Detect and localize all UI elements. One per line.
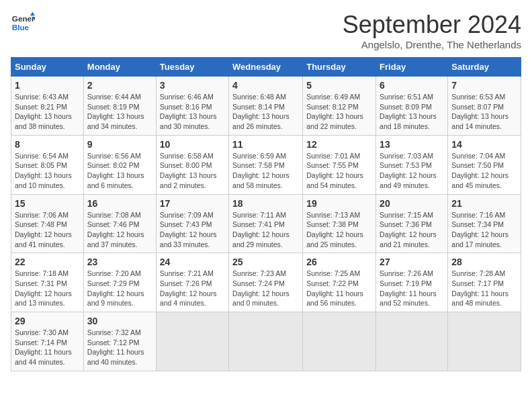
day-info: Sunrise: 6:53 AMSunset: 8:07 PMDaylight:… — [451, 92, 517, 132]
day-info: Sunrise: 6:51 AMSunset: 8:09 PMDaylight:… — [380, 92, 444, 132]
day-info: Sunrise: 7:21 AMSunset: 7:26 PMDaylight:… — [160, 269, 225, 308]
day-info: Sunrise: 7:20 AMSunset: 7:29 PMDaylight:… — [87, 269, 152, 308]
day-info: Sunrise: 7:18 AMSunset: 7:31 PMDaylight:… — [15, 269, 80, 308]
day-info: Sunrise: 7:26 AMSunset: 7:19 PMDaylight:… — [380, 269, 444, 308]
calendar-cell: 8Sunrise: 6:54 AMSunset: 8:05 PMDaylight… — [11, 135, 84, 194]
day-info: Sunrise: 7:15 AMSunset: 7:36 PMDaylight:… — [380, 210, 444, 250]
day-number: 2 — [87, 80, 152, 91]
day-number: 25 — [232, 257, 299, 267]
calendar-cell: 27Sunrise: 7:26 AMSunset: 7:19 PMDayligh… — [376, 253, 448, 312]
calendar-cell: 11Sunrise: 6:59 AMSunset: 7:58 PMDayligh… — [229, 135, 303, 194]
calendar-cell: 3Sunrise: 6:46 AMSunset: 8:16 PMDaylight… — [156, 77, 228, 136]
location-title: Angelslo, Drenthe, The Netherlands — [343, 39, 521, 50]
calendar-cell: 10Sunrise: 6:58 AMSunset: 8:00 PMDayligh… — [156, 135, 228, 194]
week-row-3: 15Sunrise: 7:06 AMSunset: 7:48 PMDayligh… — [11, 194, 521, 253]
calendar-cell: 23Sunrise: 7:20 AMSunset: 7:29 PMDayligh… — [83, 253, 156, 312]
day-info: Sunrise: 6:48 AMSunset: 8:14 PMDaylight:… — [232, 92, 299, 132]
calendar-cell: 28Sunrise: 7:28 AMSunset: 7:17 PMDayligh… — [448, 253, 521, 312]
day-number: 26 — [306, 257, 372, 267]
day-number: 23 — [87, 257, 152, 267]
calendar-cell: 13Sunrise: 7:03 AMSunset: 7:53 PMDayligh… — [376, 135, 448, 194]
day-number: 17 — [160, 198, 225, 209]
week-row-2: 8Sunrise: 6:54 AMSunset: 8:05 PMDaylight… — [11, 135, 521, 194]
day-info: Sunrise: 6:59 AMSunset: 7:58 PMDaylight:… — [232, 151, 299, 191]
day-number: 20 — [380, 198, 444, 209]
day-number: 19 — [306, 198, 372, 209]
day-info: Sunrise: 6:43 AMSunset: 8:21 PMDaylight:… — [15, 92, 80, 132]
day-info: Sunrise: 7:13 AMSunset: 7:38 PMDaylight:… — [306, 210, 372, 250]
column-header-sunday: Sunday — [11, 58, 84, 77]
calendar-cell: 4Sunrise: 6:48 AMSunset: 8:14 PMDaylight… — [229, 77, 303, 136]
day-info: Sunrise: 7:06 AMSunset: 7:48 PMDaylight:… — [15, 210, 80, 250]
day-number: 9 — [87, 139, 152, 150]
day-info: Sunrise: 7:01 AMSunset: 7:55 PMDaylight:… — [306, 151, 372, 191]
calendar-cell: 14Sunrise: 7:04 AMSunset: 7:50 PMDayligh… — [448, 135, 521, 194]
day-number: 7 — [451, 80, 517, 91]
day-info: Sunrise: 7:03 AMSunset: 7:53 PMDaylight:… — [380, 151, 444, 191]
day-number: 6 — [380, 80, 444, 91]
calendar-cell: 15Sunrise: 7:06 AMSunset: 7:48 PMDayligh… — [11, 194, 84, 253]
day-info: Sunrise: 6:54 AMSunset: 8:05 PMDaylight:… — [15, 151, 80, 191]
calendar-cell: 17Sunrise: 7:09 AMSunset: 7:43 PMDayligh… — [156, 194, 228, 253]
day-info: Sunrise: 6:58 AMSunset: 8:00 PMDaylight:… — [160, 151, 225, 191]
day-number: 13 — [380, 139, 444, 150]
day-number: 14 — [451, 139, 517, 150]
day-info: Sunrise: 6:46 AMSunset: 8:16 PMDaylight:… — [160, 92, 225, 132]
svg-text:Blue: Blue — [12, 23, 30, 32]
day-number: 10 — [160, 139, 225, 150]
day-info: Sunrise: 7:08 AMSunset: 7:46 PMDaylight:… — [87, 210, 152, 250]
calendar-cell: 18Sunrise: 7:11 AMSunset: 7:41 PMDayligh… — [229, 194, 303, 253]
day-number: 21 — [451, 198, 517, 209]
calendar-cell: 30Sunrise: 7:32 AMSunset: 7:12 PMDayligh… — [83, 312, 156, 371]
logo: General Blue — [11, 11, 35, 35]
calendar-cell: 20Sunrise: 7:15 AMSunset: 7:36 PMDayligh… — [376, 194, 448, 253]
day-number: 8 — [15, 139, 80, 150]
logo-icon: General Blue — [11, 11, 35, 35]
calendar-cell: 2Sunrise: 6:44 AMSunset: 8:19 PMDaylight… — [83, 77, 156, 136]
day-number: 5 — [306, 80, 372, 91]
header-row: SundayMondayTuesdayWednesdayThursdayFrid… — [11, 58, 521, 77]
day-number: 18 — [232, 198, 299, 209]
month-title: September 2024 — [343, 11, 521, 39]
calendar-cell: 9Sunrise: 6:56 AMSunset: 8:02 PMDaylight… — [83, 135, 156, 194]
week-row-1: 1Sunrise: 6:43 AMSunset: 8:21 PMDaylight… — [11, 77, 521, 136]
calendar-cell: 21Sunrise: 7:16 AMSunset: 7:34 PMDayligh… — [448, 194, 521, 253]
day-info: Sunrise: 7:30 AMSunset: 7:14 PMDaylight:… — [15, 328, 80, 367]
calendar-table: SundayMondayTuesdayWednesdayThursdayFrid… — [11, 57, 521, 371]
day-number: 12 — [306, 139, 372, 150]
day-info: Sunrise: 6:49 AMSunset: 8:12 PMDaylight:… — [306, 92, 372, 132]
calendar-cell: 16Sunrise: 7:08 AMSunset: 7:46 PMDayligh… — [83, 194, 156, 253]
day-number: 11 — [232, 139, 299, 150]
column-header-saturday: Saturday — [448, 58, 521, 77]
calendar-cell: 7Sunrise: 6:53 AMSunset: 8:07 PMDaylight… — [448, 77, 521, 136]
day-number: 30 — [87, 316, 152, 326]
calendar-cell: 19Sunrise: 7:13 AMSunset: 7:38 PMDayligh… — [303, 194, 376, 253]
page-header: General Blue September 2024 Angelslo, Dr… — [11, 11, 521, 50]
column-header-wednesday: Wednesday — [229, 58, 303, 77]
day-info: Sunrise: 7:32 AMSunset: 7:12 PMDaylight:… — [87, 328, 152, 367]
column-header-thursday: Thursday — [303, 58, 376, 77]
calendar-cell: 24Sunrise: 7:21 AMSunset: 7:26 PMDayligh… — [156, 253, 228, 312]
calendar-cell: 29Sunrise: 7:30 AMSunset: 7:14 PMDayligh… — [11, 312, 84, 371]
title-block: September 2024 Angelslo, Drenthe, The Ne… — [343, 11, 521, 50]
day-number: 3 — [160, 80, 225, 91]
day-info: Sunrise: 6:56 AMSunset: 8:02 PMDaylight:… — [87, 151, 152, 191]
calendar-cell — [303, 312, 376, 371]
day-info: Sunrise: 7:25 AMSunset: 7:22 PMDaylight:… — [306, 269, 372, 308]
calendar-cell: 1Sunrise: 6:43 AMSunset: 8:21 PMDaylight… — [11, 77, 84, 136]
calendar-cell: 12Sunrise: 7:01 AMSunset: 7:55 PMDayligh… — [303, 135, 376, 194]
day-number: 29 — [15, 316, 80, 326]
column-header-monday: Monday — [83, 58, 156, 77]
day-number: 16 — [87, 198, 152, 209]
day-number: 15 — [15, 198, 80, 209]
day-info: Sunrise: 7:16 AMSunset: 7:34 PMDaylight:… — [451, 210, 517, 250]
day-info: Sunrise: 7:28 AMSunset: 7:17 PMDaylight:… — [451, 269, 517, 308]
calendar-cell: 5Sunrise: 6:49 AMSunset: 8:12 PMDaylight… — [303, 77, 376, 136]
day-number: 28 — [451, 257, 517, 267]
day-number: 27 — [380, 257, 444, 267]
day-info: Sunrise: 7:23 AMSunset: 7:24 PMDaylight:… — [232, 269, 299, 308]
day-number: 24 — [160, 257, 225, 267]
column-header-friday: Friday — [376, 58, 448, 77]
week-row-4: 22Sunrise: 7:18 AMSunset: 7:31 PMDayligh… — [11, 253, 521, 312]
day-info: Sunrise: 7:11 AMSunset: 7:41 PMDaylight:… — [232, 210, 299, 250]
